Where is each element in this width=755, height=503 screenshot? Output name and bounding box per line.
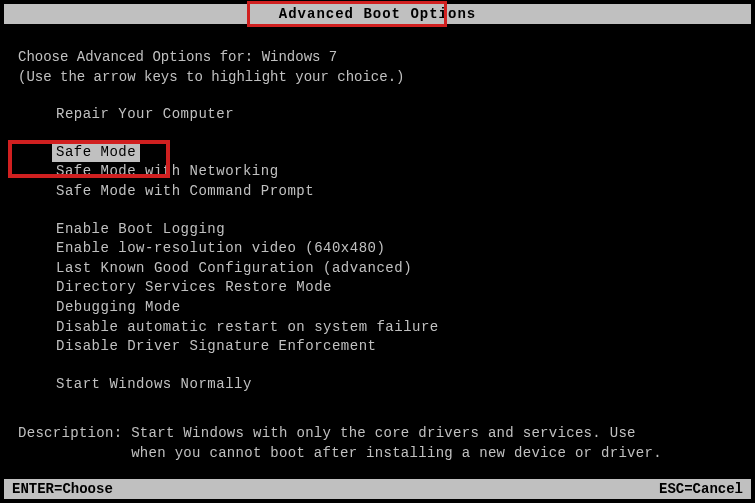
description-block: Description: Start Windows with only the… — [18, 424, 662, 463]
option-safe-mode-cmd[interactable]: Safe Mode with Command Prompt — [56, 182, 737, 202]
option-group: Start Windows Normally — [56, 375, 737, 395]
content-area: Choose Advanced Options for: Windows 7 (… — [18, 48, 737, 412]
option-group: Enable Boot Logging Enable low-resolutio… — [56, 220, 737, 357]
option-group: Safe Mode Safe Mode with Networking Safe… — [56, 143, 737, 202]
title-text: Advanced Boot Options — [279, 6, 476, 22]
description-label: Description: — [18, 425, 122, 441]
option-safe-mode[interactable]: Safe Mode — [52, 143, 140, 163]
option-disable-driver-sig[interactable]: Disable Driver Signature Enforcement — [56, 337, 737, 357]
footer-bar: ENTER=Choose ESC=Cancel — [4, 479, 751, 499]
option-repair-computer[interactable]: Repair Your Computer — [56, 105, 737, 125]
option-disable-auto-restart[interactable]: Disable automatic restart on system fail… — [56, 318, 737, 338]
title-bar: Advanced Boot Options — [4, 4, 751, 24]
instruction-line-1: Choose Advanced Options for: Windows 7 — [18, 48, 737, 68]
option-boot-logging[interactable]: Enable Boot Logging — [56, 220, 737, 240]
option-start-normally[interactable]: Start Windows Normally — [56, 375, 737, 395]
option-debugging-mode[interactable]: Debugging Mode — [56, 298, 737, 318]
option-directory-services[interactable]: Directory Services Restore Mode — [56, 278, 737, 298]
description-text-2: when you cannot boot after installing a … — [131, 445, 662, 461]
option-safe-mode-networking[interactable]: Safe Mode with Networking — [56, 162, 737, 182]
boot-options-list: Repair Your Computer Safe Mode Safe Mode… — [56, 105, 737, 394]
footer-enter-hint: ENTER=Choose — [12, 481, 113, 497]
option-low-res-video[interactable]: Enable low-resolution video (640x480) — [56, 239, 737, 259]
instruction-line-2: (Use the arrow keys to highlight your ch… — [18, 68, 737, 88]
option-group: Repair Your Computer — [56, 105, 737, 125]
description-text-1: Start Windows with only the core drivers… — [131, 425, 636, 441]
footer-esc-hint: ESC=Cancel — [659, 481, 743, 497]
option-last-known-good[interactable]: Last Known Good Configuration (advanced) — [56, 259, 737, 279]
